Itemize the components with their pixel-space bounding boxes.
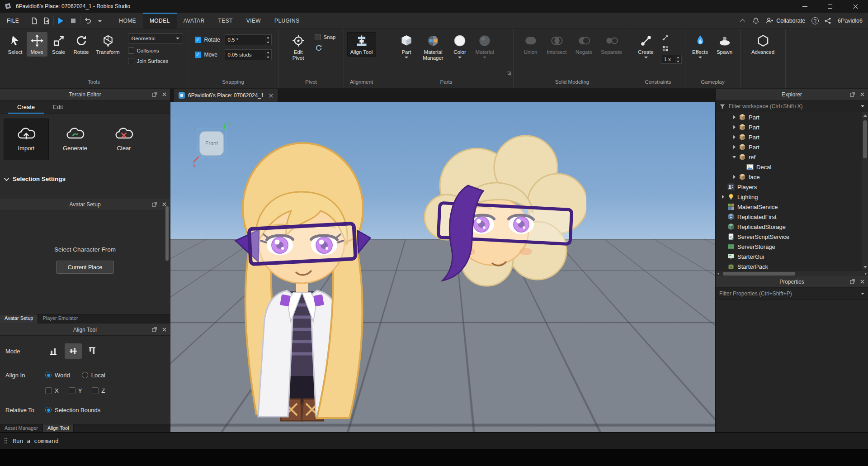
close-icon[interactable] <box>859 279 865 285</box>
constraint-details-button[interactable] <box>661 33 670 42</box>
tab-avatar[interactable]: AVATAR <box>177 13 212 29</box>
create-constraint-button[interactable]: Create <box>635 32 657 60</box>
terrain-import-button[interactable]: Import <box>4 119 49 160</box>
stepper[interactable] <box>265 35 271 45</box>
parts-popout-icon[interactable] <box>507 71 511 76</box>
tree-item-material-service[interactable]: MaterialService <box>716 202 863 212</box>
tree-item-face[interactable]: face <box>716 172 863 182</box>
expand-arrow-icon[interactable] <box>731 173 738 181</box>
advanced-button[interactable]: Advanced <box>749 32 778 57</box>
close-icon[interactable] <box>161 327 167 333</box>
character-puffy-hair-head[interactable] <box>424 128 586 300</box>
dock-tab-player-emulator[interactable]: Player Emulator <box>38 314 83 323</box>
select-tool-button[interactable]: Select <box>5 32 26 57</box>
tab-plugins[interactable]: PLUGINS <box>268 13 306 29</box>
constraint-visualize-button[interactable] <box>661 44 670 53</box>
close-tab-icon[interactable] <box>269 94 273 98</box>
expand-arrow-icon[interactable] <box>731 124 738 131</box>
expand-arrow-icon[interactable] <box>731 133 738 141</box>
axis-y-checkbox[interactable]: Y <box>69 387 82 394</box>
color-button[interactable]: Color <box>448 32 471 60</box>
tab-model[interactable]: MODEL <box>143 13 177 29</box>
move-snap-input[interactable]: 0.05 studs <box>225 49 272 60</box>
properties-filter-input[interactable]: Filter Properties (Ctrl+Shift+P) <box>716 288 868 300</box>
undock-icon[interactable] <box>151 201 157 208</box>
negate-button[interactable]: Negate <box>571 32 597 57</box>
panel-scrollbar-thumb[interactable] <box>165 206 169 261</box>
local-radio[interactable]: Local <box>82 372 105 379</box>
tab-view[interactable]: VIEW <box>240 13 268 29</box>
scroll-right-icon[interactable] <box>865 272 867 275</box>
tree-item-replicated-storage[interactable]: ReplicatedStorage <box>716 222 863 232</box>
tree-item-part[interactable]: Part <box>716 112 863 122</box>
open-file-button[interactable] <box>40 13 52 29</box>
move-tool-button[interactable]: Move <box>27 32 47 57</box>
command-bar[interactable]: Run a command <box>0 432 868 449</box>
redo-dropdown-button[interactable] <box>94 13 106 29</box>
selection-bounds-radio[interactable]: Selection Bounds <box>45 407 100 414</box>
rotate-tool-button[interactable]: Rotate <box>70 32 93 57</box>
place-tab[interactable]: 6Pavidlo6's Place: 07062024_1 <box>174 89 278 102</box>
expand-arrow-icon[interactable] <box>731 114 738 121</box>
separate-button[interactable]: Separate <box>598 32 626 57</box>
close-button[interactable] <box>843 0 868 13</box>
collapse-arrow-icon[interactable] <box>731 153 738 161</box>
stop-button[interactable] <box>67 13 79 29</box>
new-file-button[interactable] <box>28 13 40 29</box>
tab-terrain-create[interactable]: Create <box>8 100 44 114</box>
tab-test[interactable]: TEST <box>212 13 240 29</box>
character-blonde-labcoat[interactable] <box>224 134 382 422</box>
command-input[interactable]: Run a command <box>13 437 59 444</box>
terrain-generate-button[interactable]: Generate <box>52 119 98 160</box>
tree-item-decal[interactable]: Decal <box>716 162 863 172</box>
current-place-button[interactable]: Current Place <box>56 261 114 274</box>
union-button[interactable]: Union <box>519 32 542 57</box>
material-button[interactable]: Material <box>472 32 497 60</box>
close-icon[interactable] <box>161 91 167 98</box>
axis-x-checkbox[interactable]: X <box>45 387 59 394</box>
tree-item-starter-pack[interactable]: StarterPack <box>716 262 863 271</box>
effects-button[interactable]: Effects <box>689 32 712 60</box>
share-button[interactable] <box>822 17 833 24</box>
align-mode-max-button[interactable] <box>84 343 101 359</box>
expand-arrow-icon[interactable] <box>731 143 738 151</box>
collisions-checkbox[interactable]: Collisions <box>128 48 183 54</box>
tab-terrain-edit[interactable]: Edit <box>44 100 72 114</box>
dock-tab-asset-manager[interactable]: Asset Manager <box>0 424 43 432</box>
world-radio[interactable]: World <box>45 372 70 379</box>
expand-arrow-icon[interactable] <box>719 193 726 200</box>
pivot-reset-icon[interactable] <box>315 44 323 52</box>
drag-grip-icon[interactable] <box>4 437 8 444</box>
tree-item-part[interactable]: Part <box>716 122 863 132</box>
collapse-ribbon-button[interactable] <box>738 19 749 23</box>
intersect-button[interactable]: Intersect <box>543 32 571 57</box>
pivot-snap-checkbox[interactable]: Snap <box>315 34 336 40</box>
notifications-button[interactable] <box>750 17 761 24</box>
material-manager-button[interactable]: Material Manager <box>419 32 448 62</box>
undock-icon[interactable] <box>849 91 855 98</box>
tree-item-server-storage[interactable]: ServerStorage <box>716 242 863 252</box>
dock-tab-avatar-setup[interactable]: Avatar Setup <box>0 314 38 323</box>
part-button[interactable]: Part <box>395 32 418 60</box>
join-surfaces-checkbox[interactable]: Join Surfaces <box>128 58 183 64</box>
maximize-button[interactable] <box>817 0 843 13</box>
edit-pivot-button[interactable]: Edit Pivot <box>287 32 310 62</box>
axis-z-checkbox[interactable]: Z <box>92 387 105 394</box>
geometry-mode-dropdown[interactable]: Geometric <box>128 33 183 43</box>
explorer-horizontal-scrollbar[interactable] <box>716 271 868 276</box>
constraint-scale-input[interactable]: 1 x <box>661 55 682 64</box>
tree-item-part[interactable]: Part <box>716 142 863 152</box>
spawn-button[interactable]: Spawn <box>712 32 737 57</box>
scrollbar-thumb[interactable] <box>723 272 795 276</box>
stepper[interactable] <box>265 50 271 60</box>
dock-tab-align-tool[interactable]: Align Tool <box>43 424 74 432</box>
3d-scene[interactable]: Front Y X <box>170 102 715 432</box>
scale-tool-button[interactable]: Scale <box>48 32 69 57</box>
rotate-snap-input[interactable]: 0.5 ° <box>225 34 272 45</box>
align-mode-center-button[interactable] <box>65 343 82 359</box>
help-button[interactable] <box>810 17 821 24</box>
align-tool-button[interactable]: Align Tool <box>347 32 376 57</box>
scroll-down-icon[interactable] <box>863 266 867 268</box>
scrollbar-thumb[interactable] <box>863 120 867 158</box>
undock-icon[interactable] <box>151 327 157 333</box>
